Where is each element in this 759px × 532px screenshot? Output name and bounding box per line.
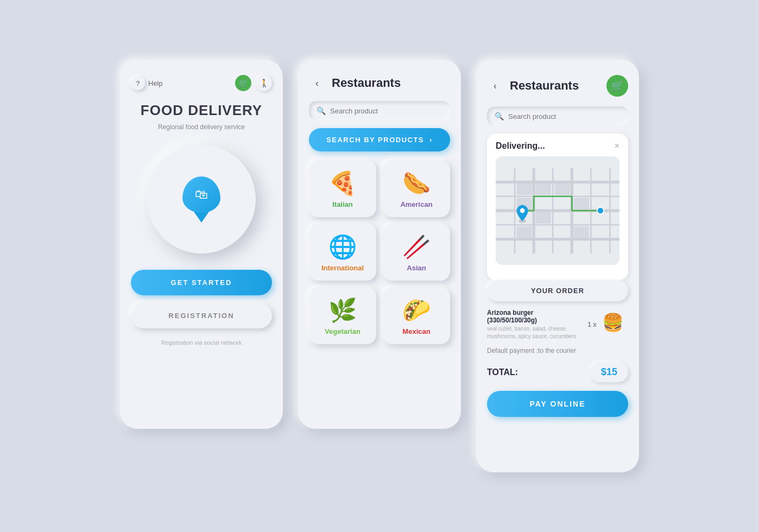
svg-rect-13 — [536, 183, 551, 195]
back-button[interactable]: ‹ — [309, 75, 325, 91]
mexican-icon: 🌮 — [402, 299, 431, 322]
close-button[interactable]: × — [615, 141, 619, 151]
main-title: FOOD DELIVERY — [131, 102, 272, 119]
screen-delivering: ‹ Restaurants 🛒 🔍 Delivering... × — [476, 60, 639, 472]
payment-note: Default payment :to the courier — [487, 347, 628, 354]
vegetarian-icon: 🌿 — [328, 299, 357, 322]
international-icon: 🌐 — [328, 236, 357, 258]
title-section: FOOD DELIVERY Regional food delivery ser… — [131, 102, 272, 132]
get-started-button[interactable]: GET STARTED — [131, 270, 272, 295]
italian-icon: 🍕 — [328, 172, 357, 195]
delivering-card-header: Delivering... × — [496, 141, 619, 151]
order-qty: 1 x — [587, 321, 597, 328]
international-label: International — [321, 264, 364, 272]
order-item: Arizona burger (330/50/100/30g) veal cut… — [487, 309, 628, 340]
search-bar[interactable]: 🔍 — [309, 101, 450, 121]
order-item-desc: veal cutlet, bacon, salad, cheese, mushr… — [487, 325, 582, 340]
asian-icon: 🥢 — [402, 236, 431, 258]
restaurants-header: ‹ Restaurants — [309, 75, 450, 91]
search-input[interactable] — [330, 107, 442, 115]
vegetarian-label: Vegetarian — [325, 327, 360, 335]
question-mark-icon[interactable]: ? — [131, 76, 145, 90]
american-label: American — [400, 200, 432, 208]
search-by-products-button[interactable]: SEARCH BY PRODUCTS › — [309, 128, 450, 151]
asian-label: Asian — [407, 264, 426, 272]
svg-point-21 — [520, 208, 525, 213]
delivering-screen-title: Restaurants — [510, 79, 579, 93]
svg-rect-17 — [574, 198, 589, 209]
pay-online-button[interactable]: PAY ONLINE — [487, 391, 628, 417]
category-card-vegetarian[interactable]: 🌿 Vegetarian — [309, 287, 376, 344]
svg-rect-16 — [536, 212, 551, 224]
cart-button[interactable]: 🛒 — [606, 75, 628, 97]
total-label: TOTAL: — [487, 368, 518, 377]
category-card-international[interactable]: 🌐 International — [309, 224, 376, 281]
american-icon: 🌭 — [402, 172, 431, 195]
screens-container: ? Help 🛒 🚶 FOOD DELIVERY Regional food d… — [120, 60, 639, 472]
walker-icon[interactable]: 🚶 — [256, 75, 272, 91]
back-button-3[interactable]: ‹ — [487, 78, 503, 94]
total-row: TOTAL: $15 — [487, 362, 628, 382]
map-pin: 🛍 — [182, 176, 220, 223]
svg-rect-12 — [517, 183, 532, 195]
pin-bag-icon: 🛍 — [195, 187, 208, 202]
search-by-products-label: SEARCH BY PRODUCTS — [326, 136, 424, 144]
pin-tail — [194, 212, 209, 223]
svg-rect-19 — [517, 226, 532, 238]
header-icons: 🛒 🚶 — [235, 75, 272, 91]
svg-rect-14 — [555, 183, 570, 195]
sub-title: Regional food delivery service — [131, 122, 272, 132]
category-card-mexican[interactable]: 🌮 Mexican — [383, 287, 450, 344]
svg-rect-18 — [574, 226, 589, 238]
svg-point-22 — [597, 207, 604, 214]
map-svg — [496, 156, 619, 265]
screen-welcome: ? Help 🛒 🚶 FOOD DELIVERY Regional food d… — [120, 60, 283, 429]
search-icon-3: 🔍 — [495, 112, 504, 121]
help-label: Help — [148, 79, 163, 87]
total-amount: $15 — [590, 362, 628, 382]
burger-image: 🍔 — [602, 314, 628, 335]
pin-head: 🛍 — [182, 176, 220, 213]
order-item-info: Arizona burger (330/50/100/30g) veal cut… — [487, 309, 582, 340]
mexican-label: Mexican — [402, 327, 430, 335]
help-button[interactable]: ? Help — [131, 76, 163, 90]
screen-restaurants: ‹ Restaurants 🔍 SEARCH BY PRODUCTS › 🍕 I… — [298, 60, 461, 429]
delivering-header-left: ‹ Restaurants — [487, 78, 579, 94]
big-circle: 🛍 — [147, 145, 256, 254]
search-bar-3[interactable]: 🔍 — [487, 106, 628, 126]
category-card-italian[interactable]: 🍕 Italian — [309, 160, 376, 217]
cart-icon[interactable]: 🛒 — [235, 75, 251, 91]
your-order-bar: YOUR ORDER — [487, 280, 628, 301]
welcome-header: ? Help 🛒 🚶 — [131, 75, 272, 91]
map-area — [496, 156, 619, 265]
social-note: Registration via social network — [131, 339, 272, 346]
delivering-title: Delivering... — [496, 141, 545, 151]
category-grid: 🍕 Italian 🌭 American 🌐 International 🥢 A… — [309, 160, 450, 344]
search-input-3[interactable] — [508, 112, 621, 121]
delivering-header: ‹ Restaurants 🛒 — [487, 75, 628, 97]
chevron-icon: › — [429, 136, 433, 144]
italian-label: Italian — [332, 200, 353, 208]
restaurants-title: Restaurants — [332, 76, 401, 90]
pin-circle-container: 🛍 — [131, 145, 272, 254]
search-icon: 🔍 — [317, 106, 326, 115]
delivering-card: Delivering... × — [487, 134, 628, 280]
order-item-name: Arizona burger (330/50/100/30g) — [487, 309, 582, 324]
category-card-asian[interactable]: 🥢 Asian — [383, 224, 450, 281]
registration-button[interactable]: REGISTRATION — [131, 303, 272, 328]
category-card-american[interactable]: 🌭 American — [383, 160, 450, 217]
